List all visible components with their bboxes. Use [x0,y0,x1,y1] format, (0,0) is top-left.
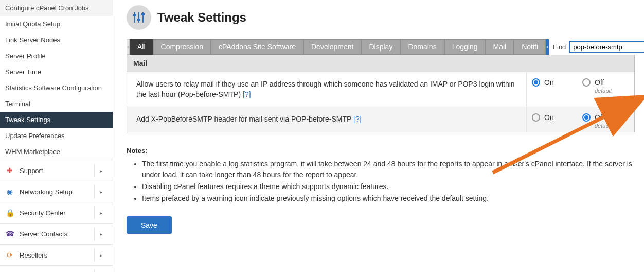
setting-row: Add X-PopBeforeSMTP header for mail sent… [127,107,634,132]
sidebar-item-whm-marketplace[interactable]: WHM Marketplace [0,144,113,160]
tab-domains[interactable]: Domains [400,39,444,55]
sidebar-group-label: Resellers [20,251,47,259]
sidebar-group-label: Networking Setup [20,188,73,196]
security-center-icon: 🔒 [5,208,14,217]
option-off: Offdefault [582,113,623,129]
tab-all[interactable]: All [130,39,153,55]
tab-mail[interactable]: Mail [485,39,514,55]
sidebar-item-server-time[interactable]: Server Time [0,64,113,80]
resellers-icon: ⟳ [5,250,14,260]
find-label: Find [553,43,566,51]
expand-icon[interactable]: ▸ [94,185,108,198]
sidebar-group-security-center[interactable]: 🔒Security Center▸ [0,202,113,223]
tab-cpaddons-site-software[interactable]: cPAddons Site Software [211,39,303,55]
tab-display[interactable]: Display [361,39,400,55]
panel-header: Mail [127,55,634,72]
note-item: Items prefaced by a warning icon indicat… [142,193,635,204]
radio-on[interactable] [532,78,540,87]
tabs: AllCompressioncPAddons Site SoftwareDeve… [130,39,546,55]
help-link[interactable]: [?] [353,115,362,123]
sidebar-item-terminal[interactable]: Terminal [0,96,113,112]
option-label: On [544,78,554,87]
expand-icon[interactable]: ▸ [94,164,108,177]
sidebar-item-tweak-settings[interactable]: Tweak Settings [0,112,113,128]
sidebar-group-service-configuration[interactable]: ⚙Service Configuration▸ [0,265,113,272]
sidebar-item-link-server-nodes[interactable]: Link Server Nodes [0,32,113,48]
notes-list: The first time you enable a log statisti… [142,159,635,204]
tab-development[interactable]: Development [303,39,362,55]
sidebar-group-resellers[interactable]: ⟳Resellers▸ [0,244,113,265]
note-item: Disabling cPanel features requires a the… [142,181,635,192]
option-label: On [544,113,554,122]
svg-rect-4 [137,19,140,21]
svg-rect-3 [133,14,136,16]
option-label: Off [595,113,604,122]
tab-compression[interactable]: Compression [153,39,211,55]
expand-icon[interactable]: ▸ [94,206,108,219]
expand-icon[interactable]: ▸ [94,248,108,262]
sidebar-item-update-preferences[interactable]: Update Preferences [0,128,113,144]
tab-scroll-right[interactable]: › [546,39,549,55]
setting-options: OnOffdefault [526,107,634,132]
setting-row: Allow users to relay mail if they use an… [127,72,634,107]
option-label: Off [595,78,604,87]
support-icon: ✚ [5,166,14,175]
networking-setup-icon: ◉ [5,187,14,196]
sidebar-item-configure-cpanel-cron-jobs[interactable]: Configure cPanel Cron Jobs [0,0,113,16]
svg-rect-5 [141,13,145,15]
setting-options: OnOffdefault [526,72,634,107]
sidebar-item-statistics-software-configuration[interactable]: Statistics Software Configuration [0,80,113,96]
radio-off[interactable] [582,113,591,122]
tweak-settings-icon [127,5,151,30]
option-on: On [532,113,573,122]
expand-icon[interactable]: ▸ [94,269,108,272]
sidebar-group-label: Server Contacts [20,230,67,238]
sidebar-item-server-profile[interactable]: Server Profile [0,48,113,64]
setting-description: Allow users to relay mail if they use an… [127,72,526,107]
find-wrap: Find [553,39,644,55]
radio-off[interactable] [582,78,591,87]
page-header: Tweak Settings [127,5,635,30]
save-button[interactable]: Save [127,216,172,234]
settings-panel: Mail Allow users to relay mail if they u… [127,55,635,132]
notes-header: Notes: [127,147,635,155]
tabs-row: ‹ AllCompressioncPAddons Site SoftwareDe… [127,39,635,55]
option-on: On [532,78,573,87]
default-label: default [595,123,612,129]
sidebar-group-label: Support [20,167,43,175]
sidebar-group-server-contacts[interactable]: ☎Server Contacts▸ [0,223,113,244]
sidebar: Configure cPanel Cron JobsInitial Quota … [0,0,113,272]
tab-logging[interactable]: Logging [444,39,486,55]
note-item: The first time you enable a log statisti… [142,159,635,180]
default-label: default [595,88,612,94]
help-link[interactable]: [?] [243,90,251,98]
page-title: Tweak Settings [157,10,246,25]
option-off: Offdefault [582,78,623,94]
server-contacts-icon: ☎ [5,229,14,239]
tab-notifi[interactable]: Notifi [514,39,546,55]
sidebar-item-initial-quota-setup[interactable]: Initial Quota Setup [0,16,113,32]
radio-on[interactable] [532,113,540,122]
sidebar-group-support[interactable]: ✚Support▸ [0,160,113,181]
expand-icon[interactable]: ▸ [94,227,108,241]
find-input[interactable] [569,41,644,53]
sidebar-group-networking-setup[interactable]: ◉Networking Setup▸ [0,181,113,202]
sidebar-group-label: Security Center [20,209,66,217]
setting-description: Add X-PopBeforeSMTP header for mail sent… [127,107,526,132]
main-content: Tweak Settings ‹ AllCompressioncPAddons … [113,0,644,243]
